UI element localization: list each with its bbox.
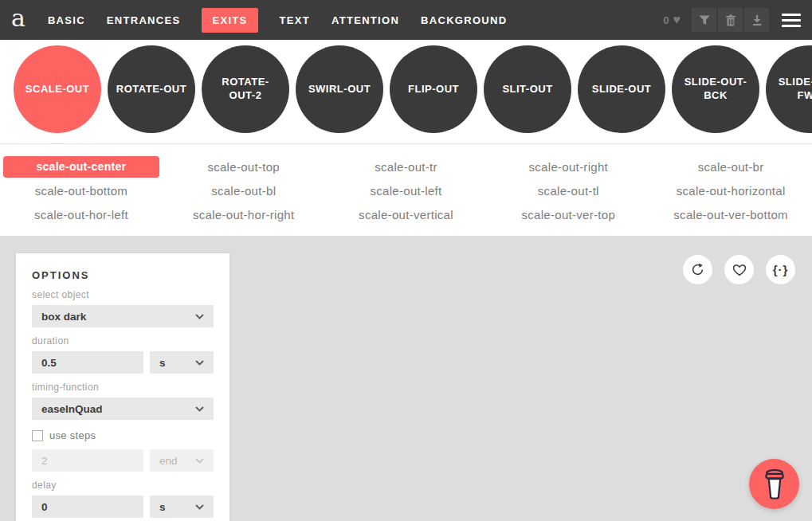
category-slide-out-fwd[interactable]: SLIDE-OUT-FWD [766,45,812,133]
variation-scale-out-tr[interactable]: scale-out-tr [375,160,437,174]
variation-scale-out-right[interactable]: scale-out-right [529,160,609,174]
variation-scale-out-left[interactable]: scale-out-left [370,184,441,198]
replay-button[interactable] [683,255,712,284]
category-rotate-out[interactable]: ROTATE-OUT [108,45,195,133]
select-object-dropdown[interactable]: box dark [32,305,214,327]
variation-scale-out-hor-right[interactable]: scale-out-hor-right [193,208,294,221]
chevron-down-icon [195,314,204,319]
code-icon: {·} [773,263,789,276]
favorites-count: 0 [663,14,669,26]
duration-unit-dropdown[interactable]: s [150,351,214,374]
use-steps-checkbox[interactable] [32,430,43,441]
filter-icon [698,14,711,26]
variation-scale-out-vertical[interactable]: scale-out-vertical [359,208,453,221]
replay-icon [690,262,705,277]
favorite-button[interactable] [724,255,754,284]
trash-button[interactable] [718,8,743,32]
get-code-button[interactable]: {·} [766,255,795,284]
animista-logo[interactable]: a [11,6,25,33]
preview-area: OPTIONS select object box dark duration … [0,236,812,521]
select-object-label: select object [32,289,214,300]
header-tool-group [692,8,769,32]
nav-item-entrances[interactable]: ENTRANCES [107,14,181,26]
download-button[interactable] [744,8,769,32]
nav-item-text[interactable]: TEXT [280,14,310,26]
duration-input[interactable]: 0.5 [32,351,143,374]
preview-actions: {·} [683,255,795,284]
nav-item-attention[interactable]: ATTENTION [331,14,399,26]
steps-count-input: 2 [32,449,143,472]
filter-button[interactable] [692,8,716,32]
trash-icon [725,14,736,26]
timing-function-label: timing-function [32,382,214,393]
variation-scale-out-ver-bottom[interactable]: scale-out-ver-bottom [673,208,788,221]
variation-scale-out-bottom[interactable]: scale-out-bottom [35,184,128,198]
delay-unit-dropdown[interactable]: s [150,496,214,518]
category-flip-out[interactable]: FLIP-OUT [390,45,477,133]
variation-scale-out-horizontal[interactable]: scale-out-horizontal [677,184,786,198]
top-navbar: a BASIC ENTRANCES EXITS TEXT ATTENTION B… [0,0,812,40]
category-scale-out[interactable]: SCALE-OUT [14,45,101,133]
steps-position-dropdown: end [150,449,214,472]
nav-item-background[interactable]: BACKGROUND [421,14,507,26]
category-swirl-out[interactable]: SWIRL-OUT [296,45,383,133]
heart-icon [732,262,747,277]
variation-scale-out-tl[interactable]: scale-out-tl [538,184,599,198]
hamburger-menu-button[interactable] [782,14,801,27]
main-nav: BASIC ENTRANCES EXITS TEXT ATTENTION BAC… [48,8,508,33]
category-slit-out[interactable]: SLIT-OUT [484,45,571,133]
chevron-down-icon [195,504,204,510]
variation-list: scale-out-center scale-out-top scale-out… [0,143,812,236]
category-slide-out-bck[interactable]: SLIDE-OUT-BCK [672,45,759,133]
variation-scale-out-br[interactable]: scale-out-br [698,160,764,174]
variation-scale-out-ver-top[interactable]: scale-out-ver-top [521,208,615,221]
delay-label: delay [32,480,214,491]
category-slide-out[interactable]: SLIDE-OUT [578,45,665,133]
buy-coffee-button[interactable] [749,459,799,509]
duration-label: duration [32,335,214,347]
options-title: OPTIONS [32,269,214,281]
favorites-heart-icon: ♥ [673,14,681,26]
coffee-cup-icon [761,468,788,501]
chevron-down-icon [195,458,204,464]
timing-function-dropdown[interactable]: easeInQuad [32,398,214,420]
variation-scale-out-top[interactable]: scale-out-top [207,160,280,174]
variation-scale-out-bl[interactable]: scale-out-bl [211,184,276,198]
download-icon [751,14,763,26]
chevron-down-icon [195,360,204,366]
category-row: SCALE-OUT ROTATE-OUT ROTATE-OUT-2 SWIRL-… [0,40,812,143]
animista-app: a BASIC ENTRANCES EXITS TEXT ATTENTION B… [0,0,812,521]
use-steps-label: use steps [49,429,96,441]
variation-scale-out-hor-left[interactable]: scale-out-hor-left [34,208,128,221]
variation-scale-out-center[interactable]: scale-out-center [3,156,159,178]
nav-item-basic[interactable]: BASIC [48,14,85,26]
options-panel: OPTIONS select object box dark duration … [16,253,229,521]
chevron-down-icon [195,406,204,412]
category-rotate-out-2[interactable]: ROTATE-OUT-2 [202,45,289,133]
delay-input[interactable]: 0 [32,496,143,518]
header-actions: 0 ♥ [663,8,801,32]
nav-item-exits[interactable]: EXITS [202,8,257,33]
